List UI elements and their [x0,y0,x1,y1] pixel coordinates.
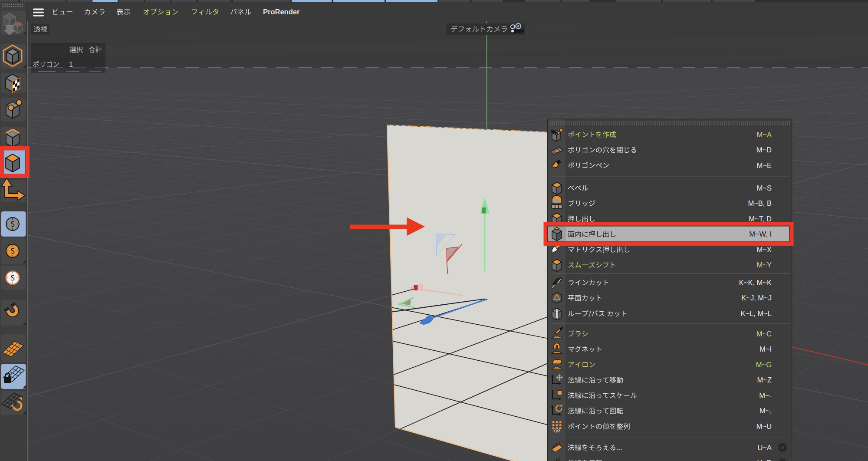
svg-text:M~G: M~G [756,361,772,369]
svg-text:M~S: M~S [757,184,772,192]
svg-text:M~B, B: M~B, B [748,199,772,207]
svg-text:M~A: M~A [757,131,772,138]
svg-text:K~J, M~J: K~J, M~J [741,294,772,302]
svg-text:M~Y: M~Y [757,261,772,269]
svg-text:U~A: U~A [757,444,772,451]
svg-text:M~C: M~C [756,330,772,338]
svg-text:K~K, M~K: K~K, M~K [739,279,772,286]
svg-text:M~W, I: M~W, I [749,230,772,238]
svg-text:M~T, D: M~T, D [749,215,772,223]
svg-text:U~R: U~R [757,459,772,461]
svg-text:M~X: M~X [757,246,772,254]
svg-text:ProRender: ProRender [263,8,300,16]
svg-text:M~D: M~D [756,146,772,154]
svg-text:M~I: M~I [760,345,772,353]
svg-text:1: 1 [69,61,73,68]
svg-text:M~U: M~U [756,422,772,430]
svg-text:M~-: M~- [759,392,772,399]
svg-text:M~E: M~E [757,161,772,169]
svg-text:M~,: M~, [760,407,772,415]
svg-text:M~Z: M~Z [757,376,772,384]
svg-text:K~L, M~L: K~L, M~L [740,310,772,317]
